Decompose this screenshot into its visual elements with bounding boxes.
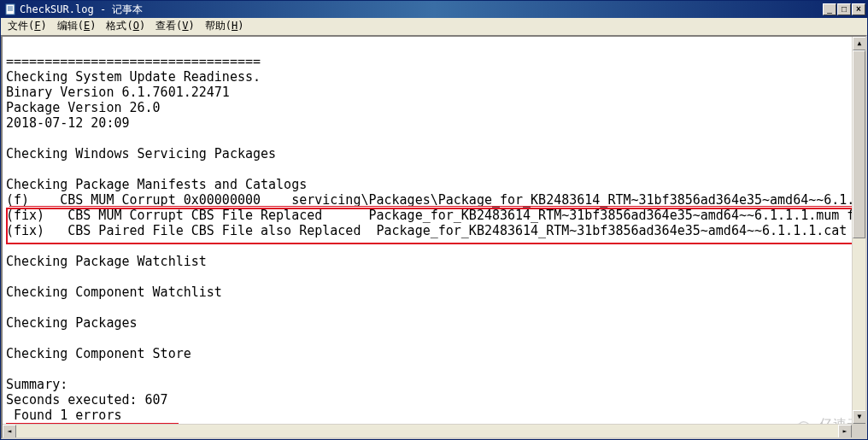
log-line: Seconds executed: 607 <box>6 392 168 408</box>
scroll-thumb-v[interactable] <box>853 50 865 238</box>
menu-help[interactable]: 帮助(H) <box>200 17 249 35</box>
scroll-track-v[interactable] <box>853 50 865 410</box>
window-controls: _ □ × <box>823 3 865 15</box>
log-line: Binary Version 6.1.7601.22471 <box>6 85 230 100</box>
scroll-down-icon[interactable]: ▼ <box>853 410 866 424</box>
window-title: CheckSUR.log - 记事本 <box>20 3 143 17</box>
log-line: Package Version 26.0 <box>6 100 161 115</box>
scroll-left-icon[interactable]: ◄ <box>3 425 16 438</box>
menu-view[interactable]: 查看(V) <box>150 17 200 35</box>
log-line: Checking Packages <box>6 315 138 331</box>
menubar: 文件(F) 编辑(E) 格式(O) 查看(V) 帮助(H) <box>1 18 867 35</box>
content-area: ================================= Checki… <box>1 35 867 439</box>
scroll-right-icon[interactable]: ► <box>838 425 852 438</box>
titlebar[interactable]: CheckSUR.log - 记事本 _ □ × <box>1 1 867 18</box>
horizontal-scrollbar[interactable]: ◄ ► <box>3 424 852 437</box>
vertical-scrollbar[interactable]: ▲ ▼ <box>852 37 865 424</box>
log-line: Checking Component Watchlist <box>6 285 222 300</box>
titlebar-left: CheckSUR.log - 记事本 <box>3 3 143 17</box>
log-line: Found 1 errors <box>6 408 121 423</box>
minimize-button[interactable]: _ <box>823 3 836 15</box>
log-line: 2018-07-12 20:09 <box>6 115 130 131</box>
scroll-track-h[interactable] <box>16 425 838 437</box>
log-line: (fix) CBS MUM Corrupt CBS File Replaced … <box>6 208 865 223</box>
close-button[interactable]: × <box>852 3 865 15</box>
log-line: (fix) CBS Paired File CBS File also Repl… <box>6 223 865 238</box>
menu-format[interactable]: 格式(O) <box>101 17 150 35</box>
log-line: Checking Component Store <box>6 346 191 361</box>
text-area[interactable]: ================================= Checki… <box>3 37 865 437</box>
log-line: ================================= <box>6 54 261 69</box>
menu-file[interactable]: 文件(F) <box>3 17 52 35</box>
menu-edit[interactable]: 编辑(E) <box>52 17 102 35</box>
log-line: (f) CBS MUM Corrupt 0x00000000 servicing… <box>6 192 865 208</box>
notepad-window: CheckSUR.log - 记事本 _ □ × 文件(F) 编辑(E) 格式(… <box>0 0 868 440</box>
notepad-icon <box>4 3 16 15</box>
log-line: Checking System Update Readiness. <box>6 69 261 85</box>
log-line: Checking Package Watchlist <box>6 254 207 269</box>
maximize-button[interactable]: □ <box>837 3 851 15</box>
scroll-up-icon[interactable]: ▲ <box>853 37 866 50</box>
scroll-corner <box>852 424 865 437</box>
log-line: Checking Package Manifests and Catalogs <box>6 177 307 192</box>
log-line: Summary: <box>6 377 67 392</box>
svg-rect-0 <box>6 4 15 15</box>
log-line: Checking Windows Servicing Packages <box>6 146 276 161</box>
